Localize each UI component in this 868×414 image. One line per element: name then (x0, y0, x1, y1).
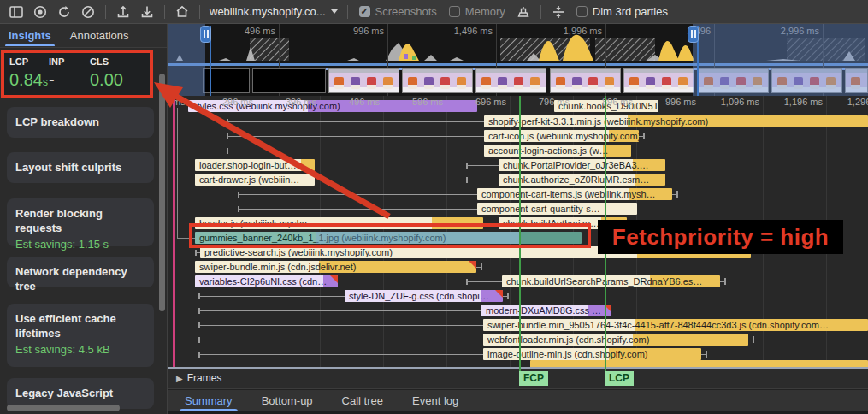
toolbar-separator (105, 5, 106, 19)
product-bottle-thumb (530, 77, 540, 89)
network-request-bar[interactable]: variables-CI2p6uNI.css (cdn… (195, 275, 338, 287)
tab-call-tree[interactable]: Call tree (342, 390, 383, 411)
flame-tick-label: 696 ms (440, 97, 506, 107)
request-end-tick (724, 278, 726, 285)
product-bottle-thumb (498, 77, 507, 89)
insight-card[interactable]: LCP breakdown (7, 107, 154, 138)
insight-card-title: Use efficient cache lifetimes (15, 311, 145, 340)
flame-tick-label: 1,096 ms (693, 97, 759, 107)
request-end-tick (643, 133, 645, 139)
screenshots-checkbox[interactable]: ✓ Screenshots (354, 5, 442, 18)
product-bottle-thumb (440, 77, 450, 89)
filmstrip-frame-screenshot[interactable] (623, 68, 694, 93)
network-request-bar[interactable]: chunk.PortalProvider_oJr3eBA3.… (499, 159, 665, 171)
reload-icon[interactable] (53, 2, 75, 22)
frames-track[interactable]: ▶Frames FCPLCP (168, 369, 868, 389)
tree-connector (177, 108, 178, 238)
flame-tick-label: 796 ms (503, 97, 570, 107)
product-bottle-thumb (351, 77, 360, 89)
render-blocking-corner-icon (330, 275, 338, 283)
selection-handle-right[interactable] (688, 26, 699, 43)
checkbox-empty-icon (576, 6, 588, 17)
fcp-marker-badge[interactable]: FCP (519, 371, 548, 386)
network-request-bar[interactable]: swiper-bundle.min_95051764-3f4c-4415-aff… (483, 319, 868, 331)
flame-tick-label: 496 ms (313, 97, 380, 107)
download-icon[interactable] (136, 2, 158, 22)
filmstrip-frame-screenshot[interactable] (550, 68, 621, 93)
selection-handle-left[interactable] (200, 26, 211, 43)
request-whisker-tick (198, 322, 200, 328)
request-end-line (701, 354, 706, 355)
request-label: swiper-bundle.min.js (cdn.jsdelivr.net) (199, 262, 356, 272)
network-request-bar[interactable]: webfontloader.min.js (cdn.shopify.com) (483, 334, 748, 346)
product-bottle-thumb (646, 77, 655, 89)
filmstrip-frame-screenshot[interactable] (328, 68, 399, 93)
home-icon[interactable] (171, 2, 193, 22)
target-url-dropdown[interactable]: webiiink.myshopify.co... (206, 5, 341, 18)
dim-3rd-parties-checkbox[interactable]: Dim 3rd parties (571, 5, 673, 18)
network-request-bar[interactable]: account-login-actions.js (w… (484, 145, 631, 157)
insight-card[interactable]: Network dependency tree (7, 257, 154, 287)
insight-card[interactable]: Render blocking requestsEst savings: 1.1… (7, 198, 154, 246)
dim-3rd-parties-label: Dim 3rd parties (593, 5, 668, 18)
filmstrip-frame-blank[interactable] (252, 68, 326, 93)
lcp-marker-badge[interactable]: LCP (605, 371, 634, 386)
timeline-overview[interactable]: 496 ms996 ms1,496 ms1,996 ms2,4962,996 m… (168, 24, 868, 96)
dropdown-caret-icon (331, 9, 338, 14)
insight-card-savings: Est savings: 1.15 s (15, 238, 145, 251)
request-whisker-tick (466, 177, 468, 183)
filmstrip-frame-screenshot[interactable] (402, 68, 473, 93)
screenshots-label: Screenshots (375, 5, 437, 18)
product-bottle-thumb (588, 77, 598, 89)
insight-card[interactable]: Layout shift culprits (7, 152, 154, 183)
request-label: chunk.authorize_oZ0RluMR.esm… (503, 174, 649, 185)
clear-icon[interactable] (77, 2, 99, 22)
network-request-bar[interactable]: component-cart-quantity-s… (477, 203, 637, 215)
tab-bottom-up[interactable]: Bottom-up (262, 390, 313, 411)
detail-tab-strip: SummaryBottom-upCall treeEvent log (168, 389, 868, 411)
request-whisker-tick (198, 352, 200, 358)
request-whisker (198, 296, 345, 297)
gc-icon[interactable] (512, 2, 534, 22)
request-end-tick (676, 191, 678, 198)
toolbar-separator (164, 5, 165, 19)
request-whisker-tick (238, 192, 239, 198)
sidebar-horizontal-scrollbar[interactable] (7, 405, 120, 411)
memory-checkbox[interactable]: Memory (444, 5, 511, 18)
network-request-bar[interactable]: modern-DXuAMD8G.css … (481, 305, 611, 316)
network-request-bar[interactable]: shopify-perf-kit-3.3.1.min.js (webiiink.… (484, 115, 868, 127)
network-request-bar[interactable]: cart-icon.js (webiiink.myshopify.com) (484, 130, 639, 142)
network-request-bar[interactable]: swiper-bundle.min.js (cdn.jsdelivr.net) (195, 261, 476, 273)
sidebar-vertical-scrollbar[interactable] (159, 74, 165, 311)
network-request-bar[interactable]: cart-drawer.js (webiiin… (195, 174, 315, 186)
request-whisker (198, 325, 483, 326)
request-whisker (198, 354, 483, 355)
request-end-line (476, 267, 481, 268)
filmstrip-frame-screenshot[interactable] (475, 68, 546, 93)
insight-card[interactable]: Use efficient cache lifetimesEst savings… (7, 304, 154, 367)
panel-left-icon[interactable] (5, 2, 27, 22)
network-request-bar[interactable]: component-cart-items.js (webiiink.mysh… (477, 188, 672, 200)
network-request-bar[interactable]: chunk.buildUrlSearchParams_DRdnaYB6.es… (502, 275, 720, 287)
record-icon[interactable] (29, 2, 51, 22)
product-bottle-thumb (514, 77, 523, 89)
request-label: predictive-search.js (webiiink.myshopify… (204, 247, 393, 257)
network-request-bar[interactable]: style-DN_ZUF-g.css (cdn.shopi… (345, 290, 503, 302)
collapse-icon[interactable] (547, 2, 570, 22)
tab-summary[interactable]: Summary (185, 390, 233, 411)
frames-track-header[interactable]: ▶Frames (176, 372, 221, 384)
network-request-bar[interactable]: image-outline-min.js (cdn.shopify.com) (483, 348, 701, 360)
target-url-label: webiiink.myshopify.co... (210, 5, 326, 18)
insight-card-title: Render blocking requests (15, 206, 145, 235)
request-whisker (466, 281, 502, 282)
request-label: cart-icon.js (webiiink.myshopify.com) (488, 131, 639, 141)
product-bottle-thumb (408, 77, 417, 89)
network-request-bar[interactable]: chunk.authorize_oZ0RluMR.esm… (499, 174, 665, 186)
annotation-highlight-metrics (1, 50, 153, 98)
network-request-bar[interactable]: loader.shop-login-but… (195, 159, 315, 171)
tab-event-log[interactable]: Event log (412, 390, 458, 411)
request-whisker-tick (238, 206, 239, 212)
network-request-bar[interactable] (530, 360, 868, 367)
request-end-line (503, 296, 507, 297)
upload-icon[interactable] (112, 2, 134, 22)
